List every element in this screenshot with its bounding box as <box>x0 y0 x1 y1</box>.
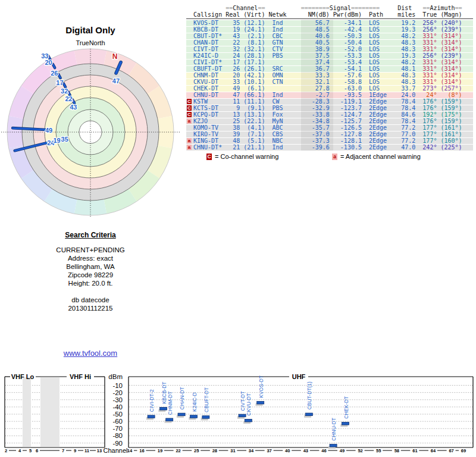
search-criteria-line: Height: 20.0 ft. <box>24 279 157 287</box>
search-criteria: Search Criteria CURRENT+PENDINGAddress: … <box>24 231 157 312</box>
signal-bar-cbuft-dt <box>202 416 209 419</box>
table-cell: -50.4 LOS 48.3 <box>333 39 415 46</box>
table-cell: CIVI-DT* 17 (17.1) <box>193 59 301 65</box>
channel-tick-label: 31 <box>230 448 235 453</box>
dbm-tick-label: -70 <box>112 425 123 432</box>
table-row-kbcb-dt: KBCB-DT 19 (24.1) Ind 48.5 -42.4 LOS 19.… <box>186 27 473 33</box>
bar-label: CHAN-DT <box>179 387 185 409</box>
table-cell: KIRO-TV 39 (7.1) CBS <box>193 131 301 137</box>
table-cell: -126.5 2Edge 77.2 <box>333 124 415 131</box>
table-cell: 37.4 <box>301 59 333 65</box>
co-channel-warning-icon: C <box>187 105 192 111</box>
search-criteria-title: Search Criteria <box>24 231 157 239</box>
table-cell: 331° (314°) <box>415 72 462 79</box>
bar-label: CBUT-DT(1) <box>307 381 313 409</box>
radar-channel-label: 17 <box>56 79 63 86</box>
table-cell: KCTS-DT 9 (9.1) PBS <box>193 105 301 111</box>
table-cell: KING-DT 48 (5.1) NBC <box>193 137 301 144</box>
channel-tick-label: 52 <box>358 448 362 453</box>
channel-tick-label: 6 <box>36 448 38 453</box>
table-cell: KSTW 11 (11.1) CW <box>193 98 301 105</box>
table-cell: 176° (159°) <box>415 105 462 111</box>
table-cell: -37.3 <box>301 137 333 144</box>
table-cell: 24° (8°) <box>415 92 462 98</box>
channel-tick-label: 64 <box>431 448 436 453</box>
radar-channel-label: 19 <box>53 137 60 144</box>
table-cell: CHNU-DT 47 (66.1) Ind <box>193 92 301 98</box>
table-row-chnu-dt: aCHNU-DT* 21 (21.1) Ind -39.6 -130.5 2Ed… <box>186 145 473 151</box>
channel-tick-label: 28 <box>212 448 217 453</box>
dbm-tick-label: -50 <box>112 411 123 418</box>
legend-co-channel: C = Co-channel warning <box>206 153 278 160</box>
search-criteria-line: Zipcode 98229 <box>24 271 157 279</box>
signal-bar-chnu-dt <box>330 444 337 447</box>
table-cell: -58.8 LOS 48.3 <box>333 79 415 85</box>
table-cell: 40.6 <box>301 33 333 39</box>
channel-tick-label: 37 <box>267 448 271 453</box>
table-row-chnu-dt: CHNU-DT 47 (66.1) Ind -2.7 -93.5 1Edge 2… <box>186 92 473 98</box>
search-criteria-line: CURRENT+PENDING <box>24 246 157 254</box>
vhf-panel: VHF LoVHF Hi2456791113 <box>5 373 105 453</box>
table-row-kzjo: aKZJO 25 (22.1) MyN -34.8 -125.7 2Edge 7… <box>186 118 473 124</box>
table-cell: -127.8 2Edge 77.0 <box>333 131 415 137</box>
table-cell: -2.7 <box>301 92 333 98</box>
search-criteria-datecode: db datecode201301112215 <box>24 296 157 312</box>
channel-tick-label: 67 <box>449 448 453 453</box>
adjacent-channel-warning-icon: a <box>187 118 192 124</box>
channel-tick-label: 7 <box>62 448 64 453</box>
table-cell: 32.1 <box>301 79 333 85</box>
table-cell: 331° (314°) <box>415 65 462 72</box>
radar-title: Digital Only <box>24 25 157 35</box>
table-cell: 331° (314°) <box>415 33 462 39</box>
channel-tick-label: 13 <box>97 448 102 453</box>
channel-tick-label: 40 <box>285 448 290 453</box>
table-cell: 177° (160°) <box>415 137 462 144</box>
radar-channel-label: 49 <box>45 127 52 134</box>
radar-channel-label: 35 <box>61 136 68 143</box>
signal-bar-chek-dt <box>342 422 349 425</box>
legend-adjacent-channel: a = Adjacent channel warning <box>332 153 421 160</box>
table-cell: CHNU-DT* 21 (21.1) Ind <box>193 144 301 151</box>
table-cell: 242° (225°) <box>415 144 462 151</box>
signal-bar-civi-dt-2 <box>148 415 155 418</box>
table-cell: 331° (314°) <box>415 46 462 52</box>
table-row-chnm-dt: CHNM-DT 20 (42.1) OMN 33.3 -57.6 LOS 48.… <box>186 73 473 79</box>
signal-bar-chan-dt <box>178 413 185 416</box>
uhf-label: UHF <box>292 373 306 380</box>
table-cell: 331° (314°) <box>415 59 462 65</box>
table-row-cbuft-dt: CBUFT-DT 26 (26.1) SRC 36.7 -54.1 LOS 48… <box>186 66 473 72</box>
dbm-tick-label: -10 <box>112 382 123 389</box>
uhf-bars: CIVI-DT-2KBCB-DTCHNM-DTCHAN-DTK24IC-DCBU… <box>146 375 349 449</box>
table-cell: CHAN-DT 22 (8.1) GTN <box>193 39 301 46</box>
bar-label: KVOS-DT <box>258 375 264 398</box>
channel-tick-label: 11 <box>84 448 89 453</box>
tvfool-link[interactable]: www.tvfool.com <box>64 349 117 358</box>
table-cell: 48.5 <box>301 26 333 33</box>
table-cell: 56.7 <box>301 20 333 26</box>
table-cell: -32.9 <box>301 105 333 111</box>
table-cell: CIVT-DT 32 (32.1) CTV <box>193 46 301 52</box>
channel-tick-label: 46 <box>321 448 326 453</box>
table-cell: -34.8 <box>301 118 333 124</box>
table-cell: -37.0 <box>301 131 333 137</box>
channel-tick-label: 19 <box>158 448 162 453</box>
bar-label: CHNM-DT <box>167 392 173 415</box>
table-cell: 176° (159°) <box>415 98 462 105</box>
channel-tick-label: 2 <box>5 448 7 453</box>
signal-bar-ckvu-dt <box>245 419 252 422</box>
vhf-shaded-band <box>40 377 60 447</box>
table-cell: 40.5 <box>301 39 333 46</box>
radar-channel-label: 43 <box>70 104 77 111</box>
bar-label: CKVU-DT <box>246 393 252 416</box>
table-rows: KVOS-DT 35 (12.1) Ind 56.7 -34.1 LOS 19.… <box>186 20 473 151</box>
table-cell: 273° (257°) <box>415 85 462 92</box>
table-cell: 38.9 <box>301 46 333 52</box>
signal-table: ==Channel== ========Signal======== Dist … <box>186 5 473 151</box>
channel-tick-label: 14 <box>127 448 133 453</box>
channel-tick-label: 61 <box>412 448 417 453</box>
table-row-chek-dt: CHEK-DT 49 (6.1) 27.8 -63.0 LOS 33.7 273… <box>186 86 473 92</box>
table-row-k24ic-d: K24IC-D 24 (28.1) PBS 37.5 -53.3 LOS 19.… <box>186 53 473 59</box>
adjacent-channel-icon: a <box>332 154 337 160</box>
dbm-tick-label: -40 <box>112 403 123 411</box>
channel-tick-label: 25 <box>194 448 199 453</box>
